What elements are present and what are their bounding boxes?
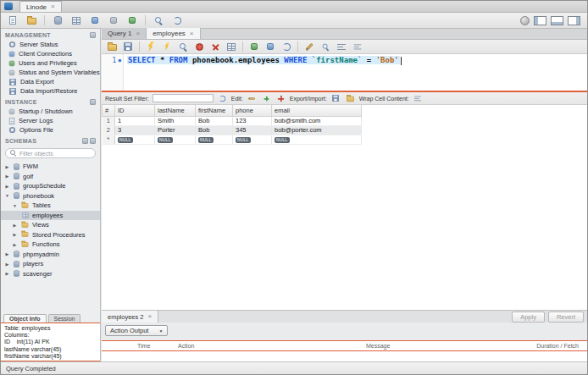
toggle-sidebar-icon[interactable]: [534, 16, 546, 25]
toggle-secondary-sidebar-icon[interactable]: [568, 16, 580, 25]
refresh-schemas-icon[interactable]: [90, 138, 96, 144]
tab-employees[interactable]: employees ×: [147, 28, 200, 39]
sidebar-item-server-logs[interactable]: Server Logs: [1, 116, 100, 125]
tree-node-stored-procedures[interactable]: ▶Stored Procedures: [1, 230, 100, 240]
sidebar-item-client-connections[interactable]: Client Connections: [1, 49, 100, 58]
close-connection-tab-icon[interactable]: ×: [51, 3, 55, 10]
schema-groupschedule[interactable]: ▶groupSchedule: [1, 181, 100, 191]
tree-node-views[interactable]: ▶Views: [1, 220, 100, 230]
schema-phpmyadmin[interactable]: ▶phpmyadmin: [1, 250, 100, 260]
chevron-down-icon[interactable]: ▼: [4, 193, 10, 198]
edit-record-icon[interactable]: [247, 93, 258, 103]
sidebar-item-options-file[interactable]: Options File: [1, 125, 100, 135]
schema-players[interactable]: ▶players: [1, 259, 100, 269]
execute-query-icon[interactable]: [144, 41, 158, 52]
chevron-right-icon[interactable]: ▶: [4, 262, 10, 267]
rollback-icon[interactable]: [263, 41, 277, 52]
sql-code-editor[interactable]: 1 ● SELECT * FROM phonebook.employees WH…: [102, 54, 587, 91]
new-query-tab-icon[interactable]: [5, 14, 20, 27]
find-icon[interactable]: [319, 41, 332, 52]
sidebar-item-startup-shutdown[interactable]: Startup / Shutdown: [1, 107, 100, 116]
col-header-rownum[interactable]: #: [103, 105, 115, 116]
table-row[interactable]: 2 3 Porter Bob 345 bob@porter.com: [103, 125, 362, 135]
col-header-lastname[interactable]: lastName: [155, 105, 196, 116]
table-row[interactable]: 1 1 Smith Bob 123 bob@smith.com: [103, 116, 362, 125]
schema-scavenger[interactable]: ▶scavenger: [1, 269, 100, 279]
cell[interactable]: 1: [115, 116, 155, 125]
execute-current-statement-icon[interactable]: [160, 41, 174, 52]
sidebar-item-users-and-privileges[interactable]: Users and Privileges: [1, 58, 100, 68]
toggle-autocommit-icon[interactable]: [280, 41, 293, 52]
col-header-phone[interactable]: phone: [233, 105, 272, 116]
wrap-cell-content-icon[interactable]: [413, 93, 424, 103]
chevron-right-icon[interactable]: ▶: [4, 184, 10, 189]
cell[interactable]: bob@porter.com: [272, 125, 362, 135]
chevron-right-icon[interactable]: ▶: [4, 251, 10, 256]
create-procedure-icon[interactable]: [106, 14, 121, 27]
sidebar-item-server-status[interactable]: Server Status: [1, 40, 100, 49]
cell[interactable]: bob@smith.com: [272, 116, 362, 125]
import-records-icon[interactable]: [345, 93, 356, 103]
toggle-word-wrap-icon[interactable]: [351, 41, 364, 52]
explain-plan-icon[interactable]: [176, 41, 190, 52]
close-tab-icon[interactable]: ×: [136, 30, 140, 37]
revert-button[interactable]: Revert: [548, 312, 584, 323]
tab-object-info[interactable]: Object Info: [3, 314, 47, 323]
toggle-output-area-icon[interactable]: [551, 16, 563, 25]
pin-icon[interactable]: [90, 32, 96, 38]
cell[interactable]: 3: [115, 125, 155, 135]
refresh-results-icon[interactable]: [217, 93, 228, 103]
schema-phonebook[interactable]: ▼phonebook: [1, 191, 100, 201]
connection-tab-linode[interactable]: Linode ×: [19, 1, 62, 12]
schema-filter-input[interactable]: [19, 151, 91, 157]
create-function-icon[interactable]: [125, 14, 140, 27]
delete-record-icon[interactable]: [275, 93, 286, 103]
tree-node-tables[interactable]: ▼Tables: [1, 201, 100, 211]
cell[interactable]: 123: [233, 116, 272, 125]
schema-golf[interactable]: ▶golf: [1, 172, 100, 182]
cell[interactable]: Bob: [196, 116, 233, 125]
refresh-instance-icon[interactable]: [90, 99, 96, 105]
cell[interactable]: 345: [233, 125, 272, 135]
create-schema-icon[interactable]: [50, 14, 65, 27]
stop-query-icon[interactable]: [192, 41, 206, 52]
output-selector[interactable]: Action Output ▼: [105, 325, 168, 336]
chevron-right-icon[interactable]: ▶: [4, 174, 10, 179]
cell[interactable]: Smith: [155, 116, 196, 125]
create-table-icon[interactable]: [69, 14, 84, 27]
chevron-right-icon[interactable]: ▶: [12, 232, 18, 237]
tab-query-1[interactable]: Query 1 ×: [102, 28, 147, 39]
chevron-down-icon[interactable]: ▼: [12, 203, 18, 208]
schema-visibility-icon[interactable]: [82, 138, 88, 144]
sidebar-item-data-import[interactable]: Data Import/Restore: [1, 86, 100, 96]
sidebar-item-data-export[interactable]: Data Export: [1, 77, 100, 86]
close-tab-icon[interactable]: ×: [190, 30, 194, 37]
chevron-right-icon[interactable]: ▶: [4, 164, 10, 169]
chevron-right-icon[interactable]: ▶: [12, 242, 18, 247]
insert-record-icon[interactable]: [261, 93, 272, 103]
result-set-filter-input[interactable]: [153, 94, 214, 102]
cell[interactable]: Porter: [155, 125, 196, 135]
col-header-email[interactable]: email: [272, 105, 362, 116]
toggle-stop-on-error-icon[interactable]: [208, 41, 222, 52]
col-header-firstname[interactable]: firstName: [196, 105, 233, 116]
toggle-invisible-chars-icon[interactable]: [335, 41, 348, 52]
result-tab-employees-2[interactable]: employees 2 ×: [102, 311, 158, 323]
tab-session[interactable]: Session: [48, 314, 81, 323]
apply-button[interactable]: Apply: [512, 312, 545, 323]
create-view-icon[interactable]: [87, 14, 103, 27]
col-header-id[interactable]: ID: [115, 105, 155, 116]
search-table-data-icon[interactable]: [151, 14, 166, 27]
beautify-sql-icon[interactable]: [302, 41, 316, 52]
chevron-right-icon[interactable]: ▶: [12, 223, 18, 228]
output-log-area[interactable]: [102, 351, 587, 361]
commit-icon[interactable]: [247, 41, 261, 52]
tree-node-employees[interactable]: employees: [1, 211, 100, 221]
schema-fwm[interactable]: ▶FWM: [1, 162, 100, 172]
sidebar-item-status-system-variables[interactable]: Status and System Variables: [1, 68, 100, 77]
open-file-icon[interactable]: [105, 41, 119, 52]
export-recordset-icon[interactable]: [330, 93, 341, 103]
tree-node-functions[interactable]: ▶Functions: [1, 240, 100, 250]
close-result-tab-icon[interactable]: ×: [148, 313, 153, 320]
save-script-icon[interactable]: [121, 41, 135, 52]
